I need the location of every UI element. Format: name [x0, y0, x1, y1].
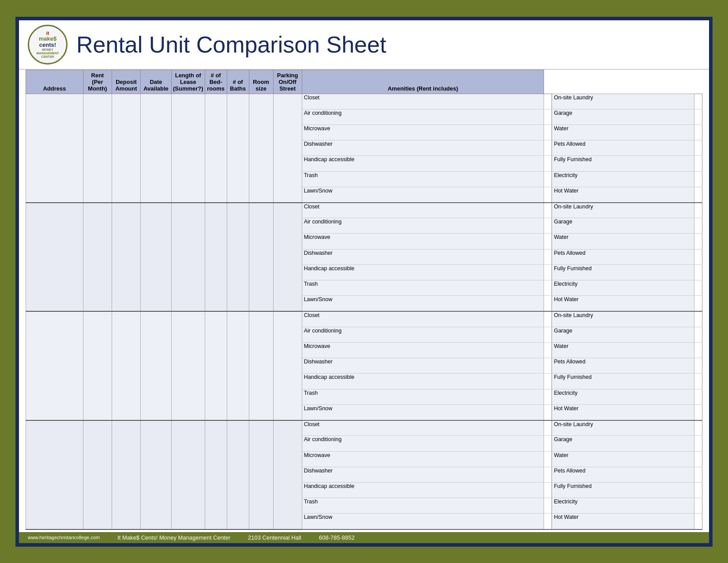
amenity-checkbox-left[interactable]	[544, 203, 552, 218]
col-header-parking: ParkingOn/OffStreet	[273, 70, 302, 94]
address-cell[interactable]	[26, 94, 83, 203]
address-cell[interactable]	[26, 203, 83, 312]
amenity-checkbox-right[interactable]	[694, 280, 702, 296]
lease-cell[interactable]	[172, 94, 205, 203]
amenity-checkbox-left[interactable]	[544, 467, 552, 482]
amenity-checkbox-left[interactable]	[544, 140, 552, 156]
baths-cell[interactable]	[227, 94, 249, 203]
amenity-checkbox-left[interactable]	[544, 514, 552, 529]
main-content: Address Rent(PerMonth) DepositAmount Dat…	[19, 70, 709, 532]
beds-cell[interactable]	[205, 311, 227, 420]
amenity-checkbox-right[interactable]	[694, 125, 702, 140]
amenity-checkbox-left[interactable]	[544, 171, 552, 187]
amenity-checkbox-left[interactable]	[544, 156, 552, 171]
amenity-checkbox-left[interactable]	[544, 94, 552, 109]
amenity-checkbox-right[interactable]	[694, 171, 702, 187]
amenity-checkbox-left[interactable]	[544, 420, 552, 436]
deposit-cell[interactable]	[112, 94, 141, 203]
amenity-checkbox-left[interactable]	[544, 498, 552, 514]
amenity-checkbox-left[interactable]	[544, 296, 552, 311]
amenity-checkbox-left[interactable]	[544, 280, 552, 296]
amenity-right-label: On-site Laundry	[552, 203, 694, 218]
amenity-checkbox-right[interactable]	[694, 203, 702, 218]
rent-cell[interactable]	[83, 420, 112, 529]
rent-cell[interactable]	[83, 203, 112, 312]
date-cell[interactable]	[141, 420, 172, 529]
amenity-checkbox-right[interactable]	[694, 234, 702, 249]
deposit-cell[interactable]	[112, 203, 141, 312]
amenity-right-label: Pets Allowed	[552, 467, 694, 482]
amenity-checkbox-left[interactable]	[544, 264, 552, 280]
amenity-checkbox-left[interactable]	[544, 482, 552, 498]
amenity-checkbox-right[interactable]	[694, 358, 702, 374]
baths-cell[interactable]	[227, 420, 249, 529]
amenity-checkbox-right[interactable]	[694, 404, 702, 420]
lease-cell[interactable]	[172, 420, 205, 529]
amenity-checkbox-left[interactable]	[544, 187, 552, 202]
amenity-checkbox-right[interactable]	[694, 374, 702, 389]
lease-cell[interactable]	[172, 311, 205, 420]
amenity-checkbox-right[interactable]	[694, 420, 702, 436]
amenity-checkbox-right[interactable]	[694, 218, 702, 234]
room-cell[interactable]	[249, 420, 273, 529]
amenity-checkbox-left[interactable]	[544, 389, 552, 404]
parking-cell[interactable]	[273, 203, 302, 312]
amenity-checkbox-left[interactable]	[544, 249, 552, 264]
baths-cell[interactable]	[227, 203, 249, 312]
amenity-checkbox-left[interactable]	[544, 125, 552, 140]
amenity-left-label: Dishwasher	[302, 467, 544, 482]
amenity-checkbox-left[interactable]	[544, 343, 552, 358]
baths-cell[interactable]	[227, 311, 249, 420]
amenity-checkbox-left[interactable]	[544, 218, 552, 234]
parking-cell[interactable]	[273, 311, 302, 420]
beds-cell[interactable]	[205, 203, 227, 312]
amenity-checkbox-left[interactable]	[544, 109, 552, 125]
amenity-checkbox-left[interactable]	[544, 451, 552, 467]
amenity-checkbox-left[interactable]	[544, 234, 552, 249]
amenity-checkbox-right[interactable]	[694, 264, 702, 280]
amenity-checkbox-right[interactable]	[694, 498, 702, 514]
amenity-checkbox-left[interactable]	[544, 404, 552, 420]
amenity-checkbox-left[interactable]	[544, 327, 552, 342]
amenity-checkbox-right[interactable]	[694, 296, 702, 311]
amenity-checkbox-right[interactable]	[694, 343, 702, 358]
room-cell[interactable]	[249, 203, 273, 312]
amenity-checkbox-left[interactable]	[544, 358, 552, 374]
parking-cell[interactable]	[273, 420, 302, 529]
date-cell[interactable]	[141, 311, 172, 420]
amenity-checkbox-right[interactable]	[694, 156, 702, 171]
lease-cell[interactable]	[172, 203, 205, 312]
address-cell[interactable]	[26, 311, 83, 420]
room-cell[interactable]	[249, 311, 273, 420]
amenity-checkbox-left[interactable]	[544, 436, 552, 451]
deposit-cell[interactable]	[112, 420, 141, 529]
beds-cell[interactable]	[205, 420, 227, 529]
amenity-checkbox-right[interactable]	[694, 94, 702, 109]
amenity-checkbox-right[interactable]	[694, 187, 702, 202]
deposit-cell[interactable]	[112, 311, 141, 420]
amenity-checkbox-right[interactable]	[694, 327, 702, 342]
amenity-checkbox-right[interactable]	[694, 389, 702, 404]
amenity-checkbox-left[interactable]	[544, 374, 552, 389]
parking-cell[interactable]	[273, 94, 302, 203]
rent-cell[interactable]	[83, 94, 112, 203]
amenity-checkbox-right[interactable]	[694, 311, 702, 327]
amenity-checkbox-right[interactable]	[694, 451, 702, 467]
amenity-left-label: Closet	[302, 94, 544, 109]
date-cell[interactable]	[141, 94, 172, 203]
amenity-checkbox-right[interactable]	[694, 436, 702, 451]
amenity-checkbox-right[interactable]	[694, 140, 702, 156]
address-cell[interactable]	[26, 420, 83, 529]
amenity-right-label: Fully Furnished	[552, 374, 694, 389]
beds-cell[interactable]	[205, 94, 227, 203]
amenity-checkbox-right[interactable]	[694, 514, 702, 529]
date-cell[interactable]	[141, 203, 172, 312]
amenity-checkbox-right[interactable]	[694, 467, 702, 482]
amenity-checkbox-right[interactable]	[694, 482, 702, 498]
page-header: it make$ cents! MONEYMANAGEMENTCENTER Re…	[19, 20, 709, 70]
amenity-checkbox-right[interactable]	[694, 109, 702, 125]
amenity-checkbox-left[interactable]	[544, 311, 552, 327]
amenity-checkbox-right[interactable]	[694, 249, 702, 264]
room-cell[interactable]	[249, 94, 273, 203]
rent-cell[interactable]	[83, 311, 112, 420]
